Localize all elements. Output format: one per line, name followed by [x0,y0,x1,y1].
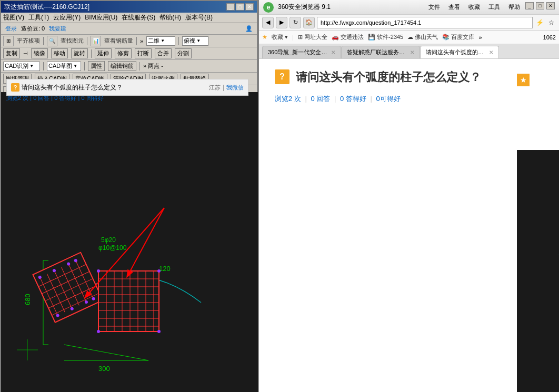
bookmarks-star: ★ [262,34,267,41]
star-nav-icon[interactable]: ☆ [546,18,556,27]
toolbar-row-1: ⊞ 平齐板项 🔍 查找图元 📊 查看钢筋量 » 二维 俯视 [1,35,257,47]
cad-drawing-area[interactable]: 浏览2 次 | 0 回答 | 0 答得好 | 0 同得好 680 300 120… [1,92,259,392]
view-more: » [140,38,143,44]
tab-1-close[interactable]: ✕ [331,49,335,55]
home-button[interactable]: 🏠 [303,17,315,28]
flat-slab-icon[interactable]: ⊞ [3,36,14,46]
right-count: 1062 [543,34,556,41]
browser-bookmarks: ★ 收藏 ▾ | ⊞ 网址大全 🚗 交通违法 💾 软件-2345 ☁ 佛山天气 … [259,31,559,44]
svg-rect-54 [517,150,559,392]
menu-tools-btn[interactable]: 工具 [485,2,503,12]
svg-text:φ10@100: φ10@100 [98,244,127,252]
question-header: ? 请问这头有个弧度的柱子怎么定义？ [275,69,543,94]
flat-slab-label: 平齐板项 [17,37,40,45]
menu-help-btn[interactable]: 帮助 [505,2,523,12]
tab-2[interactable]: 答疑解惑厂联达服务新... ✕ [341,46,420,58]
minimize-button[interactable]: _ [226,3,235,11]
tab-1[interactable]: 360导航_新一代安全上网... ✕ [262,46,341,58]
edit-steel-btn[interactable]: 编辑钢筋 [108,61,136,71]
question-separator: | [223,84,224,91]
lightning-icon[interactable]: ⚡ [535,18,544,27]
build-link[interactable]: 我要建 [49,25,66,33]
rotate-btn[interactable]: 旋转 [71,48,88,58]
browser-tabs: 360导航_新一代安全上网... ✕ 答疑解惑厂联达服务新... ✕ 请问这头有… [259,44,559,59]
trim-btn[interactable]: 修剪 [115,48,132,58]
browser-minimize-btn[interactable]: _ [525,2,534,9]
copy-btn[interactable]: 复制 [3,48,20,58]
url-bar[interactable] [317,17,533,28]
cad-titlebar: 联达抽筋\测试----2160.GCJ12] _ □ ✕ [1,1,257,13]
browser-question-icon: ? [275,69,290,84]
menu-bim[interactable]: BIM应用(U) [85,13,117,22]
menu-file-btn[interactable]: 文件 [425,2,443,12]
bookmark-baidu[interactable]: 📚 百度文库 [442,33,474,41]
bookmark-software[interactable]: 💾 软件-2345 [368,33,403,41]
tab-2-close[interactable]: ✕ [410,49,414,55]
menu-view[interactable]: 视图(V) [3,13,24,22]
login-link[interactable]: 登录 [5,25,17,33]
steel-qty-label: 查看钢筋量 [104,37,133,45]
bookmark-nav[interactable]: ⊞ 网址大全 [298,33,327,41]
browser-close-btn[interactable]: ✕ [546,2,555,9]
mirror-btn[interactable]: 镜像 [31,48,48,58]
stat-answers: 0 回答 [311,95,330,103]
svg-text:120: 120 [159,265,171,273]
close-button[interactable]: ✕ [245,3,254,11]
menu-view-btn[interactable]: 查看 [445,2,463,12]
view-perspective-dropdown[interactable]: 俯视 [182,36,208,46]
browser-panel: e 360安全浏览器 9.1 文件 查看 收藏 工具 帮助 _ □ ✕ ◀ ▶ … [258,0,559,392]
cad-panel: 联达抽筋\测试----2160.GCJ12] _ □ ✕ 视图(V) 工具(T)… [0,0,258,392]
question-user: 我微信 [226,84,244,92]
cad-menubar: 视图(V) 工具(T) 云应用(Y) BIM应用(U) 在线服务(S) 帮助(H… [1,13,257,23]
cad-sketch-dropdown[interactable]: CAD草图 [47,62,81,71]
cad-loginbar: 登录 造价豆: 0 我要建 👤 [1,23,257,35]
find-element-icon[interactable]: 🔍 [47,36,57,46]
refresh-button[interactable]: ↻ [290,17,301,28]
menu-help[interactable]: 帮助(H) [159,13,181,22]
bookmark-traffic[interactable]: 🚗 交通违法 [332,33,364,41]
maximize-button[interactable]: □ [236,3,244,11]
browser-title: 360安全浏览器 9.1 [278,3,331,12]
bookmarks-more[interactable]: » [478,34,482,41]
separator-4 [178,37,179,45]
svg-rect-31 [98,271,159,331]
svg-point-46 [97,269,100,273]
split-btn[interactable]: 分割 [175,48,192,58]
tab-3-close[interactable]: ✕ [489,49,493,55]
cad-title: 联达抽筋\测试----2160.GCJ12] [4,3,89,12]
bookmark-weather[interactable]: ☁ 佛山天气 [407,33,438,41]
separator-7 [84,62,85,71]
properties-btn[interactable]: 属性 [88,61,105,71]
cad-question-popup: ? 请问这头有个弧度的柱子怎么定义？ 江苏 | 我微信 [6,79,248,96]
steel-qty-icon[interactable]: 📊 [91,36,101,46]
separator-2 [87,37,87,45]
menu-favorites-btn[interactable]: 收藏 [465,2,483,12]
break-btn[interactable]: 打断 [135,48,152,58]
svg-point-48 [97,330,100,333]
browser-cad-svg: 300 ✕ [517,150,559,392]
stat-views: 浏览2 次 [275,95,301,103]
separator-3 [136,37,137,45]
separator-5 [91,49,92,58]
menu-online[interactable]: 在线服务(S) [122,13,155,22]
menu-version[interactable]: 版本号(B) [185,13,213,22]
browser-maximize-btn[interactable]: □ [536,2,544,9]
mirror-icon: ⊣ [23,51,28,56]
browser-titlebar: e 360安全浏览器 9.1 文件 查看 收藏 工具 帮助 _ □ ✕ [259,0,559,15]
bookmark-collect[interactable]: 收藏 ▾ [272,33,288,41]
forward-button[interactable]: ▶ [276,17,287,28]
merge-btn[interactable]: 合并 [155,48,172,58]
extend-btn[interactable]: 延伸 [95,48,112,58]
menu-tools[interactable]: 工具(T) [28,13,49,22]
price-label: 造价豆: 0 [21,25,45,33]
browser-navbar: ◀ ▶ ↻ 🏠 ⚡ ☆ [259,15,559,31]
question-location: 江苏 [209,84,221,92]
view-2d-dropdown[interactable]: 二维 [146,36,175,46]
menu-cloud[interactable]: 云应用(Y) [53,13,81,22]
toolbar-row-2: 复制 ⊣ 镜像 移动 旋转 延伸 修剪 打断 合并 分割 [1,47,257,60]
back-button[interactable]: ◀ [262,17,274,28]
tab-3-active[interactable]: 请问这头有个弧度的柱子... ✕ [420,46,499,58]
star-button[interactable]: ★ [517,74,530,86]
move-btn[interactable]: 移动 [51,48,68,58]
cad-identify-dropdown[interactable]: CAD识别 [3,62,40,71]
